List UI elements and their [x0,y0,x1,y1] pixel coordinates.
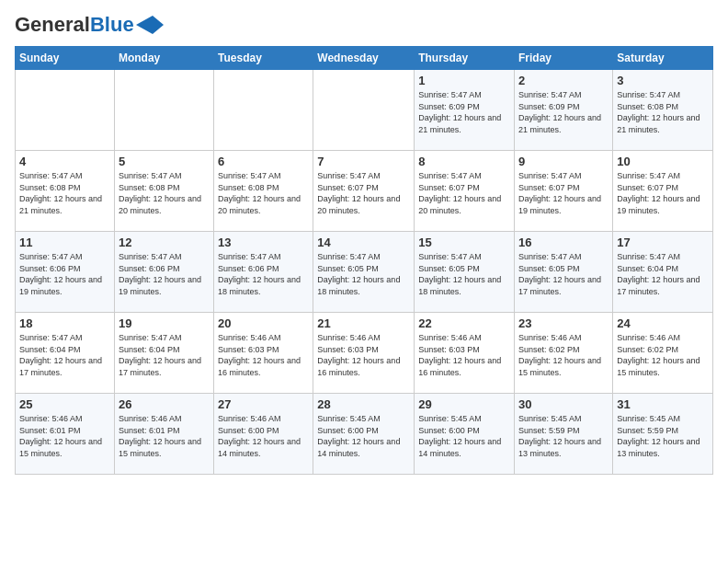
logo-text: GeneralBlue [15,15,134,35]
day-info: Sunrise: 5:46 AM Sunset: 6:03 PM Dayligh… [317,332,410,378]
day-number: 13 [218,236,309,249]
day-number: 11 [19,236,110,249]
day-number: 23 [518,316,609,330]
day-number: 28 [317,397,410,411]
day-number: 3 [617,74,709,87]
day-info: Sunrise: 5:47 AM Sunset: 6:07 PM Dayligh… [317,170,410,216]
column-header-friday: Friday [515,47,613,70]
day-info: Sunrise: 5:47 AM Sunset: 6:05 PM Dayligh… [518,251,609,297]
day-cell: 10Sunrise: 5:47 AM Sunset: 6:07 PM Dayli… [613,151,713,232]
day-number: 22 [418,316,510,330]
day-number: 30 [518,397,609,411]
logo-arrow-icon [136,16,164,34]
week-row-4: 18Sunrise: 5:47 AM Sunset: 6:04 PM Dayli… [16,313,713,394]
day-cell: 13Sunrise: 5:47 AM Sunset: 6:06 PM Dayli… [214,232,313,313]
day-number: 19 [119,316,210,330]
day-number: 14 [317,236,410,249]
day-cell: 7Sunrise: 5:47 AM Sunset: 6:07 PM Daylig… [313,151,415,232]
day-number: 2 [518,74,609,87]
day-cell: 4Sunrise: 5:47 AM Sunset: 6:08 PM Daylig… [16,151,115,232]
day-number: 8 [418,155,510,168]
day-number: 18 [19,316,110,330]
day-info: Sunrise: 5:46 AM Sunset: 6:02 PM Dayligh… [617,332,709,378]
day-info: Sunrise: 5:46 AM Sunset: 6:03 PM Dayligh… [218,332,309,378]
day-number: 17 [617,236,709,249]
day-cell: 2Sunrise: 5:47 AM Sunset: 6:09 PM Daylig… [515,70,613,151]
day-info: Sunrise: 5:47 AM Sunset: 6:07 PM Dayligh… [518,170,609,216]
day-number: 15 [418,236,510,249]
day-number: 26 [119,397,210,411]
page-header: GeneralBlue [15,15,713,35]
day-number: 5 [119,155,210,168]
day-info: Sunrise: 5:47 AM Sunset: 6:07 PM Dayligh… [418,170,510,216]
day-number: 24 [617,316,709,330]
week-row-3: 11Sunrise: 5:47 AM Sunset: 6:06 PM Dayli… [16,232,713,313]
day-info: Sunrise: 5:47 AM Sunset: 6:05 PM Dayligh… [418,251,510,297]
day-cell: 27Sunrise: 5:46 AM Sunset: 6:00 PM Dayli… [214,394,313,475]
day-cell: 21Sunrise: 5:46 AM Sunset: 6:03 PM Dayli… [313,313,415,394]
day-cell: 6Sunrise: 5:47 AM Sunset: 6:08 PM Daylig… [214,151,313,232]
column-header-saturday: Saturday [613,47,713,70]
day-cell: 18Sunrise: 5:47 AM Sunset: 6:04 PM Dayli… [16,313,115,394]
day-number: 20 [218,316,309,330]
day-number: 27 [218,397,309,411]
day-info: Sunrise: 5:45 AM Sunset: 6:00 PM Dayligh… [317,413,410,459]
day-info: Sunrise: 5:46 AM Sunset: 6:01 PM Dayligh… [119,413,210,459]
day-cell: 12Sunrise: 5:47 AM Sunset: 6:06 PM Dayli… [114,232,213,313]
day-cell: 19Sunrise: 5:47 AM Sunset: 6:04 PM Dayli… [114,313,213,394]
day-info: Sunrise: 5:45 AM Sunset: 5:59 PM Dayligh… [617,413,709,459]
day-number: 12 [119,236,210,249]
day-number: 4 [19,155,110,168]
day-cell: 14Sunrise: 5:47 AM Sunset: 6:05 PM Dayli… [313,232,415,313]
day-cell: 22Sunrise: 5:46 AM Sunset: 6:03 PM Dayli… [415,313,515,394]
column-header-thursday: Thursday [415,47,515,70]
day-number: 9 [518,155,609,168]
day-cell: 5Sunrise: 5:47 AM Sunset: 6:08 PM Daylig… [114,151,213,232]
day-cell: 28Sunrise: 5:45 AM Sunset: 6:00 PM Dayli… [313,394,415,475]
day-number: 10 [617,155,709,168]
day-info: Sunrise: 5:47 AM Sunset: 6:05 PM Dayligh… [317,251,410,297]
day-info: Sunrise: 5:47 AM Sunset: 6:08 PM Dayligh… [19,170,110,216]
day-info: Sunrise: 5:46 AM Sunset: 6:02 PM Dayligh… [518,332,609,378]
day-cell: 9Sunrise: 5:47 AM Sunset: 6:07 PM Daylig… [515,151,613,232]
day-info: Sunrise: 5:46 AM Sunset: 6:03 PM Dayligh… [418,332,510,378]
day-info: Sunrise: 5:47 AM Sunset: 6:06 PM Dayligh… [19,251,110,297]
day-number: 6 [218,155,309,168]
column-header-sunday: Sunday [16,47,115,70]
day-cell [214,70,313,151]
day-info: Sunrise: 5:45 AM Sunset: 5:59 PM Dayligh… [518,413,609,459]
day-cell: 30Sunrise: 5:45 AM Sunset: 5:59 PM Dayli… [515,394,613,475]
day-info: Sunrise: 5:46 AM Sunset: 6:01 PM Dayligh… [19,413,110,459]
svg-marker-0 [136,16,164,34]
day-number: 7 [317,155,410,168]
day-cell: 1Sunrise: 5:47 AM Sunset: 6:09 PM Daylig… [415,70,515,151]
day-number: 21 [317,316,410,330]
week-row-2: 4Sunrise: 5:47 AM Sunset: 6:08 PM Daylig… [16,151,713,232]
day-info: Sunrise: 5:47 AM Sunset: 6:06 PM Dayligh… [119,251,210,297]
column-header-wednesday: Wednesday [313,47,415,70]
day-info: Sunrise: 5:47 AM Sunset: 6:04 PM Dayligh… [617,251,709,297]
day-cell: 25Sunrise: 5:46 AM Sunset: 6:01 PM Dayli… [16,394,115,475]
day-number: 1 [418,74,510,87]
day-info: Sunrise: 5:47 AM Sunset: 6:09 PM Dayligh… [518,89,609,135]
week-row-5: 25Sunrise: 5:46 AM Sunset: 6:01 PM Dayli… [16,394,713,475]
day-cell: 11Sunrise: 5:47 AM Sunset: 6:06 PM Dayli… [16,232,115,313]
day-cell: 15Sunrise: 5:47 AM Sunset: 6:05 PM Dayli… [415,232,515,313]
column-header-tuesday: Tuesday [214,47,313,70]
day-info: Sunrise: 5:47 AM Sunset: 6:08 PM Dayligh… [218,170,309,216]
day-cell: 16Sunrise: 5:47 AM Sunset: 6:05 PM Dayli… [515,232,613,313]
day-info: Sunrise: 5:47 AM Sunset: 6:04 PM Dayligh… [19,332,110,378]
day-cell [313,70,415,151]
day-cell: 8Sunrise: 5:47 AM Sunset: 6:07 PM Daylig… [415,151,515,232]
day-info: Sunrise: 5:47 AM Sunset: 6:08 PM Dayligh… [617,89,709,135]
logo: GeneralBlue [15,15,164,35]
day-cell: 24Sunrise: 5:46 AM Sunset: 6:02 PM Dayli… [613,313,713,394]
header-row: SundayMondayTuesdayWednesdayThursdayFrid… [16,47,713,70]
column-header-monday: Monday [114,47,213,70]
day-number: 31 [617,397,709,411]
day-info: Sunrise: 5:47 AM Sunset: 6:09 PM Dayligh… [418,89,510,135]
day-number: 29 [418,397,510,411]
day-cell: 26Sunrise: 5:46 AM Sunset: 6:01 PM Dayli… [114,394,213,475]
day-cell: 20Sunrise: 5:46 AM Sunset: 6:03 PM Dayli… [214,313,313,394]
day-info: Sunrise: 5:47 AM Sunset: 6:07 PM Dayligh… [617,170,709,216]
